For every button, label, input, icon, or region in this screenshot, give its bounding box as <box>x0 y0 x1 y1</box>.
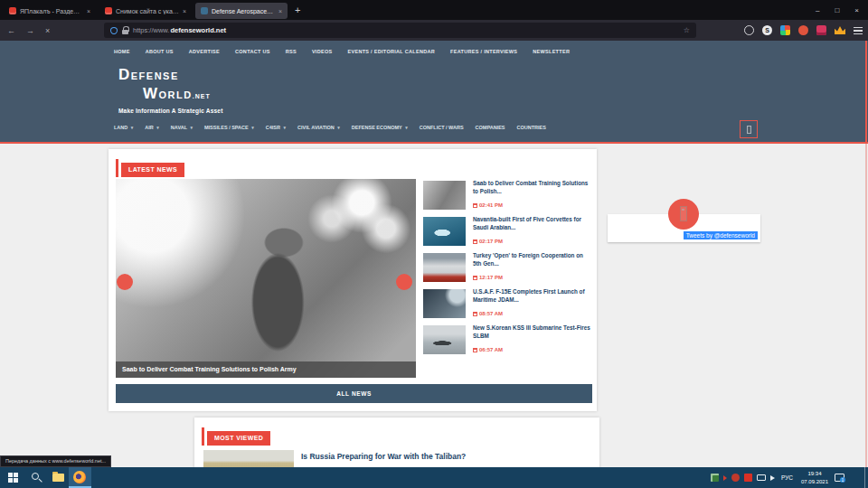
notification-center-icon[interactable]: 1 <box>835 474 844 482</box>
forward-button[interactable]: → <box>26 26 34 35</box>
all-news-button[interactable]: ALL NEWS <box>116 384 592 403</box>
menu-newsletter[interactable]: NEWSLETTER <box>533 49 570 54</box>
menu-events-calendar[interactable]: EVENTS / EDITORIAL CALENDAR <box>347 49 435 54</box>
nav-conflict-wars[interactable]: CONFLICT / WARS <box>420 125 464 130</box>
show-desktop-button[interactable] <box>864 467 868 488</box>
nav-land[interactable]: LAND ▾ <box>114 125 133 130</box>
tab-close-icon[interactable]: × <box>183 8 186 14</box>
menu-videos[interactable]: VIDEOS <box>312 49 333 54</box>
lock-icon[interactable] <box>122 30 128 34</box>
news-list-item[interactable]: Saab to Deliver Combat Training Solution… <box>423 179 592 215</box>
news-thumbnail[interactable] <box>423 325 466 354</box>
firefox-taskbar-button[interactable] <box>69 467 91 488</box>
menu-features-interviews[interactable]: FEATURES / INTERVIEWS <box>450 49 517 54</box>
news-list-item[interactable]: Navantia-built First of Five Corvettes f… <box>423 215 592 251</box>
carousel-prev-icon[interactable] <box>117 274 133 290</box>
site-logo[interactable]: Defense World.net Make Information A Str… <box>118 65 223 114</box>
pocket-icon[interactable] <box>744 25 754 35</box>
calendar-icon <box>473 348 477 352</box>
news-thumbnail[interactable] <box>423 217 466 246</box>
tab-close-icon[interactable]: × <box>278 8 282 14</box>
start-button[interactable] <box>8 473 18 483</box>
featured-article-image[interactable]: Saab to Deliver Combat Training Solution… <box>116 179 416 378</box>
main-nav: LAND ▾ AIR ▾ NAVAL ▾ MISSILES / SPACE ▾ … <box>114 125 546 130</box>
news-thumbnail[interactable] <box>423 181 466 210</box>
speaker-icon[interactable] <box>770 475 775 481</box>
nav-civil-aviation[interactable]: CIVIL AVIATION ▾ <box>297 125 340 130</box>
news-title[interactable]: Turkey 'Open' to Foreign Cooperation on … <box>473 252 592 268</box>
search-button[interactable] <box>740 120 758 138</box>
latest-news-badge: LATEST NEWS <box>116 159 184 177</box>
menu-advertise[interactable]: ADVERTISE <box>189 49 220 54</box>
tray-volume-muted-icon[interactable] <box>723 475 727 481</box>
nav-c4isr[interactable]: C4ISR ▾ <box>266 125 286 130</box>
latest-news-section: LATEST NEWS Saab to Deliver Combat Train… <box>108 149 597 411</box>
file-explorer-icon[interactable] <box>52 474 64 482</box>
news-list-item[interactable]: U.S.A.F. F-15E Completes First Launch of… <box>423 287 592 324</box>
new-tab-button[interactable]: + <box>295 5 300 15</box>
minimize-button[interactable]: – <box>816 6 819 14</box>
taskbar-search-icon[interactable] <box>32 473 39 480</box>
top-menu: HOME ABOUT US ADVERTISE CONTACT US RSS V… <box>114 49 570 54</box>
stop-button[interactable]: × <box>45 26 50 35</box>
chevron-down-icon: ▾ <box>190 125 193 130</box>
accent-edge-line <box>865 144 867 467</box>
tab-close-icon[interactable]: × <box>87 8 90 14</box>
tray-app-red-circle-icon[interactable] <box>731 474 740 482</box>
back-button[interactable]: ← <box>7 26 15 35</box>
tray-app-red-square-icon[interactable] <box>744 474 752 482</box>
news-title[interactable]: U.S.A.F. F-15E Completes First Launch of… <box>473 288 592 305</box>
twitter-timeline-link[interactable]: Tweets by @defenseworld <box>684 231 758 239</box>
nav-naval[interactable]: NAVAL ▾ <box>171 125 193 130</box>
notification-badge: 1 <box>840 477 845 483</box>
news-list-item[interactable]: New S.Korean KSS III Submarine Test-Fire… <box>423 324 592 360</box>
news-time: 02:41 PM <box>473 202 503 208</box>
logo-word-defense: Defense <box>118 65 223 84</box>
crown-extension-icon[interactable] <box>835 26 845 34</box>
news-title[interactable]: New S.Korean KSS III Submarine Test-Fire… <box>473 324 592 341</box>
clock-date: 07.09.2021 <box>801 479 828 484</box>
clock[interactable]: 19:34 07.09.2021 <box>799 470 830 485</box>
calendar-icon <box>473 203 477 208</box>
nav-air[interactable]: AIR ▾ <box>145 125 159 130</box>
most-viewed-section: MOST VIEWED Is Russia Preparing for War … <box>194 418 599 467</box>
language-indicator[interactable]: РУС <box>779 474 795 481</box>
article-thumbnail[interactable] <box>203 450 294 467</box>
chevron-down-icon: ▾ <box>284 125 287 130</box>
orange-extension-icon[interactable] <box>798 25 808 35</box>
chevron-down-icon: ▾ <box>131 125 134 130</box>
nav-missiles-space[interactable]: MISSILES / SPACE ▾ <box>204 125 254 130</box>
windows-taskbar: РУС 19:34 07.09.2021 1 <box>0 467 868 488</box>
search-icon <box>747 126 751 134</box>
menu-hamburger-icon[interactable] <box>854 27 863 34</box>
bookmark-star-icon[interactable]: ☆ <box>684 26 690 34</box>
news-title[interactable]: Saab to Deliver Combat Training Solution… <box>473 180 592 196</box>
close-window-button[interactable]: × <box>854 6 859 14</box>
article-title[interactable]: Is Russia Preparing for War with the Tal… <box>301 452 572 461</box>
maximize-button[interactable]: □ <box>835 6 839 14</box>
nav-companies[interactable]: COMPANIES <box>476 125 505 130</box>
tray-antivirus-icon[interactable] <box>711 474 719 482</box>
news-title[interactable]: Navantia-built First of Five Corvettes f… <box>473 216 592 232</box>
tab-yaplakal[interactable]: ЯПлакалъ - Разделы -> ЭВМ × <box>4 3 96 19</box>
news-list-item[interactable]: Turkey 'Open' to Foreign Cooperation on … <box>423 251 592 287</box>
menu-rss[interactable]: RSS <box>286 49 297 54</box>
tracking-protection-shield-icon[interactable] <box>110 27 118 34</box>
news-thumbnail[interactable] <box>423 289 466 318</box>
twitter-widget: Tweets by @defenseworld <box>608 214 760 242</box>
menu-contact-us[interactable]: CONTACT US <box>235 49 270 54</box>
menu-about-us[interactable]: ABOUT US <box>146 49 174 54</box>
network-icon[interactable] <box>757 474 766 481</box>
nav-defense-economy[interactable]: DEFENSE ECONOMY ▾ <box>352 125 408 130</box>
extension-grid-icon[interactable] <box>780 25 790 35</box>
s-extension-icon[interactable]: S <box>762 25 772 35</box>
tab-site-snapshot[interactable]: Снимок сайта с указанием дат × <box>99 3 192 19</box>
featured-article-caption[interactable]: Saab to Deliver Combat Training Solution… <box>116 361 416 378</box>
carousel-next-icon[interactable] <box>396 274 412 290</box>
menu-home[interactable]: HOME <box>114 49 130 54</box>
news-thumbnail[interactable] <box>423 253 466 282</box>
url-bar[interactable]: https://www. defenseworld.net ☆ <box>104 23 696 38</box>
tab-defense-aerospace-active[interactable]: Defense Aerospace news, exhibi × <box>195 3 288 19</box>
pink-extension-icon[interactable] <box>816 25 826 35</box>
nav-countries[interactable]: COUNTRIES <box>517 125 546 130</box>
